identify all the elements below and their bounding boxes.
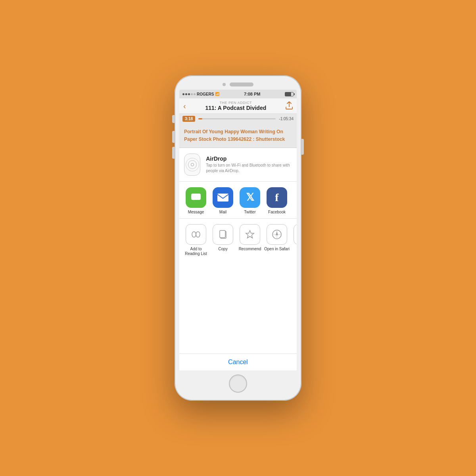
content-area: Portrait Of Young Happy Woman Writing On… (179, 124, 297, 148)
wifi-icon: 📶 (215, 92, 219, 96)
progress-track[interactable] (198, 118, 276, 119)
dot5 (194, 93, 196, 95)
signal-dots (182, 93, 196, 95)
power-button[interactable] (301, 139, 304, 155)
svg-marker-6 (246, 230, 254, 238)
recommend-item[interactable]: Recommend (237, 224, 263, 349)
add-reading-list-item[interactable]: Add to Reading List (183, 224, 209, 349)
back-button[interactable]: ‹ (183, 102, 186, 110)
carrier-label: ROGERS (197, 92, 214, 96)
airdrop-icon (184, 154, 200, 176)
mail-label: Mail (219, 210, 226, 214)
recommend-label: Recommend (239, 247, 261, 251)
status-bar: ROGERS 📶 7:08 PM (179, 90, 297, 98)
action-icons-row: Add to Reading List Copy (179, 219, 297, 353)
share-icons-row: Message Mail 𝕏 Twitter (179, 182, 297, 219)
phone-screen: ROGERS 📶 7:08 PM ‹ THE PEN ADDICT 111: A… (179, 90, 297, 370)
open-in-safari-label: Open in Safari (264, 247, 290, 251)
facebook-icon: f (267, 187, 287, 208)
copy-item[interactable]: Copy (210, 224, 236, 349)
share-button[interactable] (286, 102, 293, 111)
share-facebook-item[interactable]: f Facebook (264, 187, 290, 214)
dot2 (185, 93, 187, 95)
battery-fill (285, 92, 291, 96)
svg-rect-1 (217, 194, 228, 202)
phone-bottom (179, 370, 297, 396)
dot3 (188, 93, 190, 95)
nav-bar: ‹ THE PEN ADDICT 111: A Podcast Divided (179, 98, 297, 114)
add-reading-list-label: Add to Reading List (183, 247, 209, 256)
svg-point-2 (192, 232, 196, 237)
status-time: 7:08 PM (244, 92, 261, 96)
phone-frame: ROGERS 📶 7:08 PM ‹ THE PEN ADDICT 111: A… (175, 75, 301, 401)
svg-point-3 (196, 232, 200, 237)
cancel-label: Cancel (228, 359, 248, 365)
volume-down-button[interactable] (172, 147, 175, 159)
battery-icon (285, 92, 294, 96)
progress-fill (198, 118, 202, 119)
copy-icon (213, 224, 233, 245)
share-sheet: AirDrop Tap to turn on Wi-Fi and Bluetoo… (179, 148, 297, 370)
message-icon (186, 187, 206, 208)
camera-dot (223, 83, 226, 86)
airdrop-description: Tap to turn on Wi-Fi and Bluetooth to sh… (206, 163, 292, 174)
progress-bar-area: 3:18 -1:05:34 (179, 114, 297, 124)
recommend-icon (240, 224, 260, 245)
time-remaining: -1:05:34 (279, 117, 294, 121)
home-button[interactable] (229, 374, 247, 393)
airdrop-rings-icon (186, 158, 199, 171)
mail-icon (213, 187, 233, 208)
dot1 (182, 93, 184, 95)
facebook-label: Facebook (268, 210, 286, 214)
add-reading-list-icon (186, 224, 206, 245)
share-message-item[interactable]: Message (183, 187, 209, 214)
open-in-safari-item[interactable]: Open in Safari (264, 224, 290, 349)
more-icon: ··· (294, 224, 297, 245)
volume-up-button[interactable] (172, 131, 175, 143)
silent-switch[interactable] (172, 115, 175, 123)
twitter-icon: 𝕏 (240, 187, 260, 208)
cancel-button[interactable]: Cancel (179, 353, 297, 370)
more-item[interactable]: ··· In... (291, 224, 297, 349)
speaker-grille (230, 83, 253, 86)
twitter-label: Twitter (244, 210, 255, 214)
airdrop-center (191, 163, 194, 166)
copy-label: Copy (218, 247, 227, 251)
status-left: ROGERS 📶 (182, 92, 219, 96)
time-elapsed: 3:18 (182, 116, 195, 122)
nav-title-area: THE PEN ADDICT 111: A Podcast Divided (186, 101, 286, 111)
message-label: Message (188, 210, 204, 214)
status-right (285, 92, 294, 96)
airdrop-section[interactable]: AirDrop Tap to turn on Wi-Fi and Bluetoo… (179, 148, 297, 182)
share-twitter-item[interactable]: 𝕏 Twitter (237, 187, 263, 214)
airdrop-text: AirDrop Tap to turn on Wi-Fi and Bluetoo… (206, 155, 292, 174)
content-link[interactable]: Portrait Of Young Happy Woman Writing On… (184, 129, 285, 142)
nav-subtitle: THE PEN ADDICT (220, 101, 252, 105)
airdrop-title: AirDrop (206, 155, 292, 162)
open-in-safari-icon (267, 224, 287, 245)
svg-rect-5 (220, 230, 225, 238)
dot4 (191, 93, 193, 95)
phone-top-bar (179, 80, 297, 90)
share-mail-item[interactable]: Mail (210, 187, 236, 214)
nav-title: 111: A Podcast Divided (205, 105, 266, 111)
